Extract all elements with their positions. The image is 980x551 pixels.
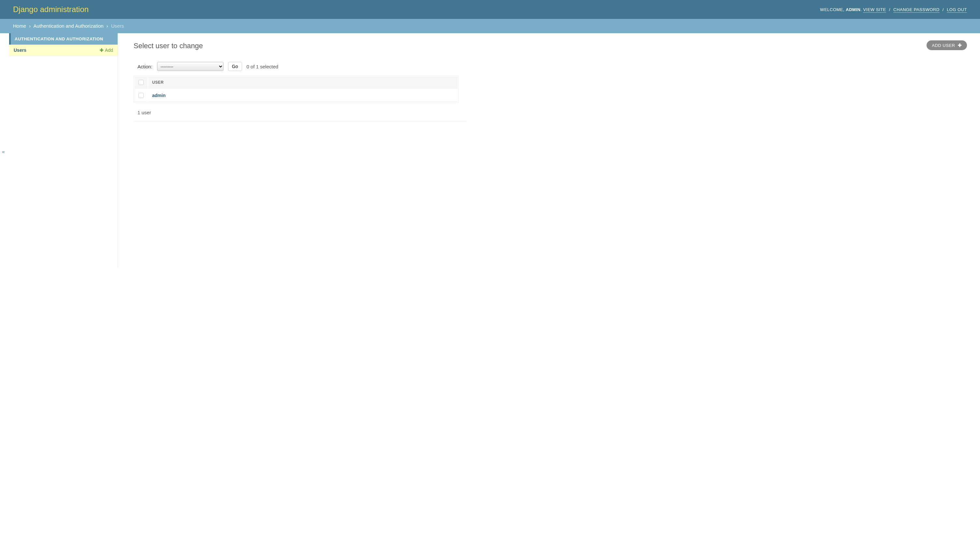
logout-link[interactable]: LOG OUT (947, 7, 967, 13)
sidebar-add-label: Add (105, 48, 113, 53)
separator: / (889, 7, 890, 12)
actions-bar: Action: --------- Go 0 of 1 selected (134, 62, 967, 71)
page-title: Select user to change (134, 42, 203, 50)
object-tools: ADD USER ✚ (927, 40, 967, 50)
results-table: USER admin (134, 76, 459, 103)
go-button[interactable]: Go (228, 62, 242, 71)
sidebar-model-row-users: Users ✚ Add (9, 44, 118, 56)
content: Select user to change ADD USER ✚ Action:… (118, 33, 980, 268)
sidebar-add-link-users[interactable]: ✚ Add (100, 48, 113, 53)
breadcrumb-app[interactable]: Authentication and Authorization (33, 23, 103, 29)
breadcrumb-sep: › (29, 23, 30, 29)
sidebar: AUTHENTICATION AND AUTHORIZATION Users ✚… (9, 33, 118, 268)
toggle-sidebar-icon[interactable]: « (2, 149, 7, 154)
sidebar-model-link-users[interactable]: Users (14, 48, 26, 53)
table-row: admin (135, 89, 458, 102)
site-title[interactable]: Django administration (13, 5, 89, 14)
user-link-admin[interactable]: admin (152, 93, 165, 98)
separator: / (943, 7, 944, 12)
paginator: 1 user (134, 108, 467, 121)
username: ADMIN (846, 7, 861, 12)
change-password-link[interactable]: CHANGE PASSWORD (893, 7, 940, 13)
plus-icon: ✚ (958, 43, 962, 48)
breadcrumb-sep: › (107, 23, 108, 29)
sidebar-app-caption[interactable]: AUTHENTICATION AND AUTHORIZATION (9, 33, 118, 44)
breadcrumb-home[interactable]: Home (13, 23, 26, 29)
breadcrumb: Home › Authentication and Authorization … (0, 19, 980, 33)
row-checkbox[interactable] (138, 93, 144, 98)
view-site-link[interactable]: VIEW SITE (863, 7, 886, 13)
add-user-button[interactable]: ADD USER ✚ (927, 40, 967, 50)
welcome-text: WELCOME, (820, 7, 845, 12)
selection-count: 0 of 1 selected (247, 64, 278, 69)
sidebar-app-module: AUTHENTICATION AND AUTHORIZATION Users ✚… (9, 33, 118, 56)
header: Django administration WELCOME, ADMIN. VI… (0, 0, 980, 19)
action-select[interactable]: --------- (157, 62, 223, 71)
user-tools: WELCOME, ADMIN. VIEW SITE / CHANGE PASSW… (820, 7, 967, 12)
select-all-checkbox[interactable] (138, 80, 144, 85)
breadcrumb-current: Users (111, 23, 124, 29)
action-label: Action: (137, 64, 153, 69)
content-header: Select user to change ADD USER ✚ (134, 40, 967, 50)
column-header-user[interactable]: USER (148, 76, 458, 89)
plus-icon: ✚ (100, 48, 103, 52)
add-user-label: ADD USER (932, 43, 955, 48)
select-all-header (135, 76, 148, 89)
